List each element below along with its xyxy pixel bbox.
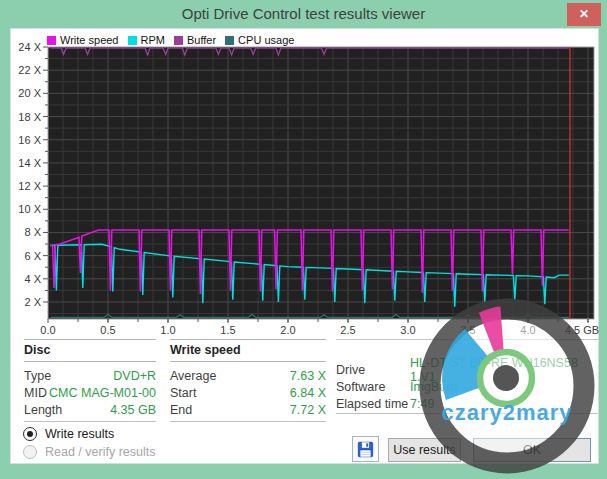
use-results-button[interactable]: Use results [388,438,461,462]
y-axis-tick-label: 2 X [24,296,41,308]
legend-label: RPM [141,34,165,46]
info-row-average: Average 7.63 X [170,367,326,384]
buffer-swatch-icon [174,36,183,45]
info-row-mid: MID CMC MAG-M01-00 [24,384,156,401]
radio-disabled-icon [23,445,37,459]
y-axis-tick-label: 4 X [24,273,41,285]
divider [336,413,598,414]
x-axis-tick-label: 3.5 [460,324,475,336]
info-row-drive: Drive HL-DT-ST BD-RE WH16NS58 1.V1 [336,361,598,378]
info-row-length: Length 4.35 GB [24,401,156,418]
x-axis-tick-label: 4.5 GB [565,324,599,336]
write-speed-section: Write speed Average 7.63 X Start 6.84 X … [170,339,326,422]
info-row-software: Software ImgBurn [336,378,598,395]
cpu-usage-swatch-icon [225,36,234,45]
rpm-swatch-icon [128,36,137,45]
ok-button[interactable]: OK [473,438,591,462]
x-axis-tick-label: 2.0 [280,324,295,336]
radio-write-results[interactable]: Write results [23,427,114,441]
info-row-start: Start 6.84 X [170,384,326,401]
dialog-window: Opti Drive Control test results viewer ✕… [0,0,607,479]
radio-label: Read / verify results [45,445,155,459]
save-results-button[interactable] [352,436,379,462]
legend-label: Buffer [187,34,216,46]
info-row-end: End 7.72 X [170,401,326,418]
divider [170,421,326,422]
floppy-disk-icon [357,441,374,458]
y-axis-tick-label: 18 X [18,111,41,123]
radio-label: Write results [45,427,114,441]
y-axis-tick-label: 20 X [18,87,41,99]
divider [24,421,156,422]
disc-section: Disc Type DVD+R MID CMC MAG-M01-00 Lengt… [24,339,156,422]
y-axis-tick-label: 10 X [18,203,41,215]
speed-chart: 24 X22 X20 X18 X16 X14 X12 X10 X8 X6 X4 … [0,0,607,345]
info-row-type: Type DVD+R [24,367,156,384]
x-axis-tick-label: 2.5 [340,324,355,336]
radio-selected-icon [23,427,37,441]
y-axis-tick-label: 14 X [18,157,41,169]
y-axis-tick-label: 8 X [24,226,41,238]
legend-item-write-speed: Write speed [47,34,119,46]
legend-item-cpu-usage: CPU usage [225,34,294,46]
y-axis-tick-label: 24 X [18,41,41,53]
info-row-elapsed-time: Elapsed time 7:49 [336,395,598,412]
chart-legend: Write speed RPM Buffer CPU usage [47,34,294,46]
x-axis-tick-label: 0.5 [100,324,115,336]
y-axis-tick-label: 12 X [18,180,41,192]
x-axis-tick-label: 1.0 [160,324,175,336]
x-axis-tick-label: 4.0 [520,324,535,336]
x-axis-tick-label: 1.5 [220,324,235,336]
x-axis-tick-label: 3.0 [400,324,415,336]
write-speed-swatch-icon [47,36,56,45]
legend-label: CPU usage [238,34,294,46]
legend-item-rpm: RPM [128,34,165,46]
y-axis-tick-label: 22 X [18,64,41,76]
plot-area [48,47,594,319]
y-axis-tick-label: 6 X [24,250,41,262]
x-axis-tick-label: 0.0 [40,324,55,336]
drive-section: Drive HL-DT-ST BD-RE WH16NS58 1.V1 Softw… [336,339,598,414]
y-axis-tick-label: 16 X [18,134,41,146]
radio-read-verify-results[interactable]: Read / verify results [23,445,155,459]
legend-item-buffer: Buffer [174,34,216,46]
legend-label: Write speed [60,34,119,46]
